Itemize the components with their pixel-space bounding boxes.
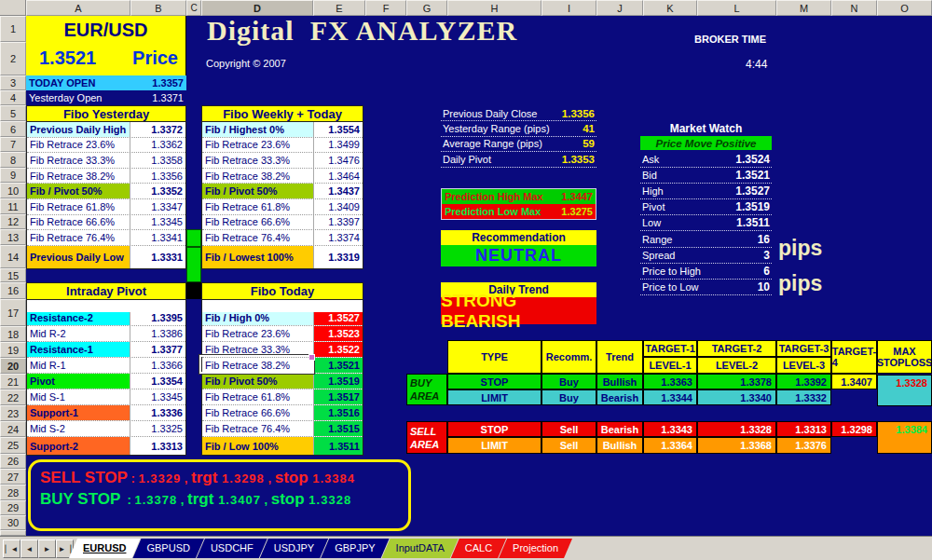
cell[interactable]: 1.3345 bbox=[130, 215, 185, 230]
col-header-A[interactable]: A bbox=[26, 0, 130, 16]
cell[interactable]: STOP bbox=[447, 374, 541, 389]
cell[interactable]: Bearish bbox=[596, 421, 643, 437]
cell[interactable]: 1.3407 bbox=[831, 374, 877, 389]
row-header[interactable]: 9 bbox=[0, 168, 26, 183]
table-row[interactable]: Fib Retrace 66.6%1.3345 bbox=[27, 215, 185, 231]
table-row[interactable]: Previous Daily High1.3372 bbox=[27, 122, 185, 138]
stat-row[interactable]: Yesterday Range (pips)41 bbox=[441, 121, 596, 136]
row-header[interactable]: 17 bbox=[0, 299, 26, 326]
table-row[interactable]: Fib Retrace 76.4%1.3341 bbox=[27, 230, 185, 246]
cell[interactable]: 1.3377 bbox=[130, 342, 185, 357]
cell[interactable]: Previous Daily High bbox=[27, 122, 130, 137]
cell[interactable]: 1.3366 bbox=[130, 358, 185, 373]
cell[interactable]: 1.3345 bbox=[130, 389, 185, 404]
row-header[interactable]: 18 bbox=[0, 326, 26, 342]
table-row[interactable]: Fib Retrace 61.8%1.3409 bbox=[202, 199, 363, 215]
row-header[interactable]: 29 bbox=[0, 500, 26, 515]
table-row[interactable]: Fib Retrace 76.4%1.3515 bbox=[202, 421, 363, 437]
cell[interactable]: Bullish bbox=[596, 374, 643, 389]
cell[interactable]: Fib Retrace 23.6% bbox=[202, 138, 314, 153]
tab-nav-first-icon[interactable]: ▏◄ bbox=[3, 540, 21, 558]
tab-calc[interactable]: CALC bbox=[451, 539, 506, 558]
table-row[interactable]: Mid R-21.3386 bbox=[27, 326, 185, 342]
tab-usdjpy[interactable]: USDJPY bbox=[260, 539, 328, 558]
signal-cell-green[interactable] bbox=[186, 229, 201, 247]
sell-max-stoploss[interactable]: 1.3384 bbox=[877, 421, 932, 454]
cell[interactable]: 1.3464 bbox=[314, 169, 363, 184]
cell[interactable]: 1.3521 bbox=[314, 358, 363, 373]
cell[interactable]: 1.3511 bbox=[314, 437, 363, 455]
cell[interactable]: 1.3516 bbox=[314, 405, 363, 420]
table-row[interactable]: Fib / Low 100%1.3511 bbox=[202, 437, 363, 455]
table-row[interactable]: Fib Retrace 33.3%1.3358 bbox=[27, 153, 185, 169]
cell[interactable]: Fib Retrace 23.6% bbox=[202, 326, 314, 341]
cell[interactable]: Fib Retrace 66.6% bbox=[202, 215, 314, 230]
cell[interactable]: Fib Retrace 33.3% bbox=[202, 153, 314, 168]
row-header[interactable]: 11 bbox=[0, 198, 26, 214]
row-header[interactable]: 12 bbox=[0, 214, 26, 229]
cell[interactable]: 1.3325 bbox=[130, 421, 185, 436]
col-header-D[interactable]: D bbox=[201, 0, 313, 16]
row-header[interactable]: 27 bbox=[0, 469, 26, 485]
cell[interactable]: 1.3554 bbox=[314, 122, 363, 137]
stat-row[interactable]: Previous Daily Close1.3356 bbox=[441, 106, 596, 121]
row-header[interactable]: 3 bbox=[0, 75, 26, 90]
cell[interactable]: LIMIT bbox=[447, 437, 541, 454]
cell[interactable]: 1.3341 bbox=[130, 230, 185, 245]
cell[interactable]: 1.3363 bbox=[643, 374, 697, 389]
market-row[interactable]: Spread3 bbox=[640, 248, 772, 264]
cell[interactable]: 1.3352 bbox=[130, 184, 185, 198]
cell[interactable]: Fib / Lowest 100% bbox=[202, 246, 314, 268]
cell[interactable]: Fib Retrace 66.6% bbox=[27, 215, 130, 230]
col-header-B[interactable]: B bbox=[130, 0, 186, 16]
cell[interactable]: 1.3340 bbox=[697, 389, 776, 405]
cell[interactable]: Fib Retrace 23.6% bbox=[27, 138, 130, 153]
cell[interactable]: Fib / Highest 0% bbox=[202, 122, 314, 137]
row-header[interactable]: 7 bbox=[0, 137, 26, 152]
cell[interactable]: 1.3409 bbox=[314, 199, 363, 214]
yesterday-open-row[interactable]: Yesterday Open 1.3371 bbox=[26, 90, 186, 105]
cell[interactable]: 1.3374 bbox=[314, 230, 363, 245]
table-row[interactable]: Mid S-11.3345 bbox=[27, 389, 185, 405]
cell[interactable]: Resistance-1 bbox=[27, 342, 130, 357]
cell[interactable]: Bearish bbox=[596, 389, 643, 405]
row-header[interactable]: 19 bbox=[0, 342, 26, 358]
cell[interactable]: 1.3397 bbox=[314, 215, 363, 230]
cell[interactable]: Fib / Pivot 50% bbox=[202, 184, 314, 198]
cell[interactable]: Fib Retrace 33.3% bbox=[27, 153, 130, 168]
cell[interactable]: 1.3356 bbox=[130, 169, 185, 184]
table-row[interactable]: Fib / Pivot 50%1.3352 bbox=[27, 184, 185, 199]
table-row[interactable]: Fib Retrace 66.6%1.3397 bbox=[202, 215, 363, 231]
buy-max-stoploss[interactable]: 1.3328 bbox=[877, 375, 932, 406]
cell[interactable]: Fib Retrace 38.2% bbox=[202, 169, 314, 184]
cell[interactable]: Fib / Pivot 50% bbox=[202, 374, 314, 389]
row-header[interactable]: 20 bbox=[0, 358, 26, 374]
market-row[interactable]: Price to Low10 bbox=[640, 280, 772, 295]
cell[interactable]: 1.3437 bbox=[314, 184, 363, 198]
cell[interactable]: Mid S-2 bbox=[27, 421, 130, 436]
table-row[interactable]: Fib Retrace 23.6%1.3362 bbox=[27, 138, 185, 154]
cell[interactable]: 1.3527 bbox=[314, 312, 363, 325]
table-row[interactable]: Support-11.3336 bbox=[27, 405, 185, 421]
market-row[interactable]: Ask1.3524 bbox=[640, 152, 772, 168]
col-header-C[interactable]: C bbox=[186, 0, 201, 16]
row-header[interactable]: 23 bbox=[0, 405, 26, 421]
cell[interactable]: 1.3336 bbox=[130, 405, 185, 420]
cell[interactable]: Bullish bbox=[596, 437, 643, 454]
cell[interactable]: 1.3378 bbox=[697, 374, 776, 389]
col-header-F[interactable]: F bbox=[365, 0, 406, 16]
table-row[interactable]: Mid S-21.3325 bbox=[27, 421, 185, 437]
cell[interactable]: 1.3372 bbox=[130, 122, 185, 137]
col-header-N[interactable]: N bbox=[831, 0, 877, 16]
cell[interactable]: 1.3354 bbox=[130, 374, 185, 389]
row-header[interactable]: 1 bbox=[0, 16, 26, 42]
row-header[interactable]: 16 bbox=[0, 282, 26, 299]
select-all-corner[interactable] bbox=[0, 0, 26, 16]
tab-gbpjpy[interactable]: GBPJPY bbox=[321, 539, 389, 558]
tab-inputdata[interactable]: InputDATA bbox=[382, 539, 459, 558]
market-row[interactable]: Range16 bbox=[640, 231, 772, 247]
stat-row[interactable]: Average Range (pips)59 bbox=[441, 137, 596, 152]
row-header[interactable]: 26 bbox=[0, 454, 26, 469]
row-header[interactable]: 24 bbox=[0, 421, 26, 437]
table-row[interactable]: Fib / Pivot 50%1.3519 bbox=[202, 374, 363, 389]
